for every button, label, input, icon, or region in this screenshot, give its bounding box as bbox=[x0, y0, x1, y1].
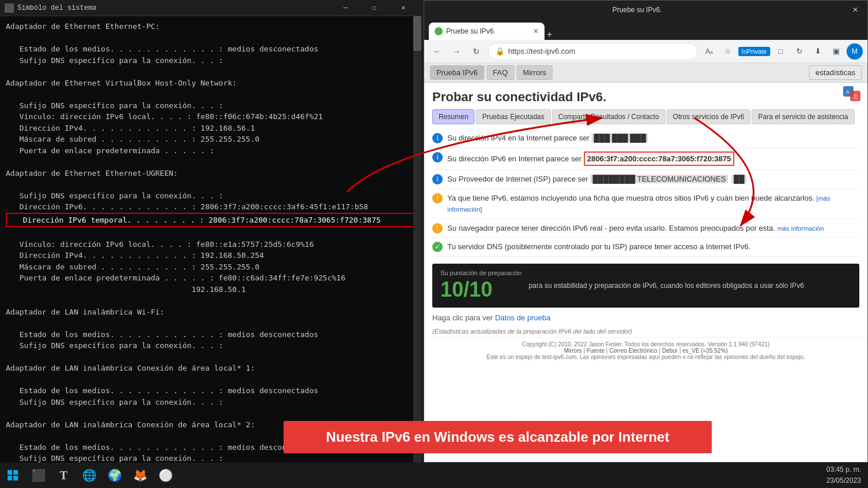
tab-resumen[interactable]: Resumen bbox=[432, 109, 475, 124]
datos-prueba-area: Haga clic para ver Datos de prueba bbox=[424, 310, 867, 326]
download-button[interactable]: ⬇ bbox=[810, 43, 826, 60]
stats-note: (Estadísticas actualizadas de la prepara… bbox=[424, 326, 867, 337]
footer-copyright: Copyright (C) 2010, 2022 Jason Fesler. T… bbox=[432, 341, 859, 347]
refresh-btn2[interactable]: ↻ bbox=[791, 43, 807, 60]
taskbar-chrome-button[interactable]: ⚪ bbox=[153, 463, 178, 488]
tab-title: Pruebe su IPv6. bbox=[446, 27, 495, 35]
tab-servicio-asistencia[interactable]: Para el servicio de asistencia bbox=[752, 109, 854, 124]
terminal-title: Símbolo del sistema bbox=[17, 3, 332, 13]
browser-titlebar-close[interactable]: ✕ bbox=[848, 3, 863, 16]
info-icon-isp: i bbox=[432, 174, 443, 184]
info-text-navegador: Su navegador parece tener dirección IPv6… bbox=[447, 223, 859, 234]
page-header-area: Probar su conectividad IPv6. A 文 bbox=[424, 83, 867, 109]
mas-info-link-1[interactable]: [más información] bbox=[447, 195, 830, 213]
address-bar[interactable]: 🔒 https://test-ipv6.com bbox=[488, 43, 698, 60]
content-tabs: Resumen Pruebas Ejecutadas Compartir Res… bbox=[424, 109, 867, 124]
tab-favicon bbox=[435, 27, 443, 35]
lock-icon: 🔒 bbox=[495, 47, 505, 56]
info-icon-ipv4: i bbox=[432, 133, 443, 143]
footer-link-lang[interactable]: es_VE (≈35.52%) bbox=[682, 347, 727, 354]
new-tab-button[interactable]: + bbox=[547, 29, 552, 40]
svg-rect-8 bbox=[13, 476, 18, 480]
nav-tab-faq[interactable]: FAQ bbox=[487, 65, 514, 80]
tab-pruebas-ejecutadas[interactable]: Pruebas Ejecutadas bbox=[476, 109, 550, 124]
translate-svg: A 文 bbox=[843, 86, 862, 102]
isp-value2: ██ bbox=[731, 175, 746, 183]
terminal-scrollbar[interactable] bbox=[413, 16, 421, 463]
favorites-button[interactable]: ☆ bbox=[720, 43, 736, 60]
url-text: https://test-ipv6.com bbox=[508, 47, 575, 56]
nav-tab-prueba-ipv6[interactable]: Prueba IPv6 bbox=[430, 65, 484, 80]
isp-value: ████████ TELECOMUNICACIONES bbox=[590, 175, 728, 183]
svg-rect-7 bbox=[8, 476, 12, 480]
taskbar-firefox-button[interactable]: 🦊 bbox=[127, 463, 153, 488]
terminal-window: Símbolo del sistema — ☐ ✕ Adaptador de E… bbox=[0, 0, 421, 463]
ipv4-value: ███ ███ ███ bbox=[591, 134, 648, 142]
browser-active-tab[interactable]: Pruebe su IPv6. ✕ bbox=[429, 23, 545, 40]
browser-content: Prueba IPv6 FAQ Mirrors estadísticas Pro… bbox=[424, 63, 867, 462]
datos-prueba-link[interactable]: Datos de prueba bbox=[495, 313, 550, 322]
svg-rect-5 bbox=[8, 470, 12, 475]
terminal-titlebar: Símbolo del sistema — ☐ ✕ bbox=[0, 0, 421, 16]
footer-link-fuente[interactable]: Fuente bbox=[587, 347, 605, 354]
taskbar-edge-button[interactable]: 🌍 bbox=[102, 463, 127, 488]
svg-text:文: 文 bbox=[853, 94, 858, 99]
info-list: i Su dirección IPv4 en la Internet parec… bbox=[424, 124, 867, 261]
tab-otros-servicios[interactable]: Otros servicios de IPv6 bbox=[667, 109, 751, 124]
taskbar-clock: 03:45 p. m. 23/05/2023 bbox=[826, 464, 868, 486]
taskbar-t-button[interactable]: T bbox=[51, 463, 76, 488]
taskbar-globe-button[interactable]: 🌐 bbox=[76, 463, 102, 488]
terminal-output: Adaptador de Ethernet Ethernet-PC: Estad… bbox=[6, 21, 415, 463]
collections-button[interactable]: □ bbox=[773, 43, 789, 60]
terminal-close-button[interactable]: ✕ bbox=[390, 0, 417, 16]
forward-button[interactable]: → bbox=[448, 43, 465, 60]
footer-link-correo[interactable]: Correo Electrónico bbox=[609, 347, 657, 354]
footer-link-mirrors[interactable]: Mirrors bbox=[564, 347, 582, 354]
sidebar-button[interactable]: ▣ bbox=[828, 43, 844, 60]
clock-time: 03:45 p. m. bbox=[826, 464, 861, 475]
info-text-dns: Tu servidor DNS (posiblemente controlado… bbox=[447, 241, 859, 253]
info-icon-ipv6: i bbox=[432, 152, 443, 162]
nav-right-buttons: Aₐ ☆ InPrivate □ ↻ ⬇ ▣ M bbox=[701, 43, 863, 60]
browser-titlebar: Pruebe su IPv6. ✕ bbox=[424, 1, 867, 19]
score-label: Su puntación de preparación bbox=[440, 269, 522, 276]
svg-text:A: A bbox=[846, 89, 849, 95]
user-avatar[interactable]: M bbox=[847, 43, 863, 60]
info-item-dns: ✓ Tu servidor DNS (posiblemente controla… bbox=[432, 238, 859, 257]
terminal-minimize-button[interactable]: — bbox=[332, 0, 359, 16]
taskbar-search-button[interactable]: ⬛ bbox=[25, 463, 51, 488]
site-nav: Prueba IPv6 FAQ Mirrors estadísticas bbox=[424, 63, 867, 83]
refresh-button[interactable]: ↻ bbox=[468, 43, 484, 60]
score-number: 10/10 bbox=[440, 278, 522, 302]
mas-info-link-2[interactable]: más información bbox=[777, 225, 824, 232]
score-section: Su puntación de preparación 10/10 para s… bbox=[432, 264, 859, 308]
browser-window: Pruebe su IPv6. ✕ Pruebe su IPv6. ✕ + ← … bbox=[424, 0, 868, 463]
reader-mode-button[interactable]: Aₐ bbox=[701, 43, 718, 60]
svg-rect-6 bbox=[13, 470, 18, 475]
red-banner: Nuestra IPv6 en Windows es alcanzable po… bbox=[284, 421, 712, 453]
nav-tab-mirrors[interactable]: Mirrors bbox=[517, 65, 553, 80]
footer-link-debug[interactable]: Debur bbox=[662, 347, 678, 354]
ipv6-value: 2806:3f7:a200:cccc:78a7:3065:f720:3875 bbox=[584, 151, 735, 167]
terminal-controls: — ☐ ✕ bbox=[332, 0, 417, 16]
tab-compartir-resultados[interactable]: Compartir Resultados / Contacto bbox=[552, 109, 665, 124]
terminal-scrollbar-thumb bbox=[413, 16, 421, 51]
windows-logo bbox=[8, 470, 18, 480]
translate-icon[interactable]: A 文 bbox=[843, 86, 862, 105]
back-button[interactable]: ← bbox=[429, 43, 445, 60]
tab-close-button[interactable]: ✕ bbox=[533, 27, 539, 35]
terminal-maximize-button[interactable]: ☐ bbox=[361, 0, 388, 16]
footer-links: Mirrors | Fuente | Correo Electrónico | … bbox=[432, 347, 859, 354]
info-item-ipv6: i Su dirección IPv6 en Internet parece s… bbox=[432, 148, 859, 171]
info-text-ficha: Ya que tiene IPv6, estamos incluyendo un… bbox=[447, 193, 859, 215]
estadisticas-button[interactable]: estadísticas bbox=[809, 65, 862, 80]
ipv6-label: Su dirección IPv6 en Internet parece ser bbox=[447, 154, 584, 163]
info-item-isp: i Su Proveedor de Internet (ISP) parece … bbox=[432, 170, 859, 189]
browser-nav: ← → ↻ 🔒 https://test-ipv6.com Aₐ ☆ InPri… bbox=[424, 40, 867, 63]
terminal-line-1: Adaptador de Ethernet Ethernet-PC: bbox=[6, 22, 160, 31]
score-description: para su estabilidad y preparación de IPv… bbox=[529, 282, 851, 290]
start-button[interactable] bbox=[0, 463, 25, 488]
datos-link-label: Haga clic para ver bbox=[432, 313, 493, 322]
info-item-ipv4: i Su dirección IPv4 en la Internet parec… bbox=[432, 129, 859, 148]
site-footer: Copyright (C) 2010, 2022 Jason Fesler. T… bbox=[424, 337, 867, 364]
